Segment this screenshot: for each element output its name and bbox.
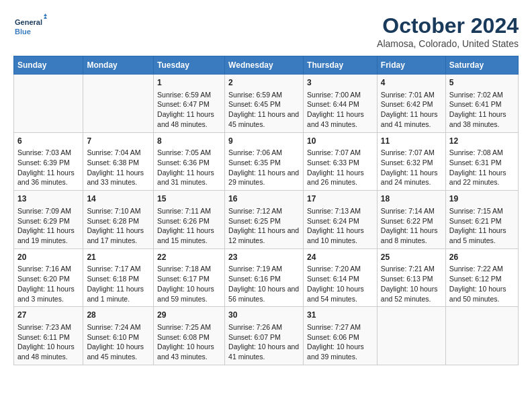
day-info: Sunrise: 7:02 AM Sunset: 6:41 PM Dayligh…	[449, 90, 515, 130]
calendar-row-4: 27Sunrise: 7:23 AM Sunset: 6:11 PM Dayli…	[14, 307, 519, 365]
calendar-cell: 2Sunrise: 6:59 AM Sunset: 6:45 PM Daylig…	[225, 75, 304, 133]
day-info: Sunrise: 7:05 AM Sunset: 6:36 PM Dayligh…	[157, 148, 221, 187]
day-info: Sunrise: 7:21 AM Sunset: 6:13 PM Dayligh…	[381, 264, 442, 304]
day-info: Sunrise: 7:08 AM Sunset: 6:31 PM Dayligh…	[449, 148, 515, 187]
day-info: Sunrise: 7:18 AM Sunset: 6:17 PM Dayligh…	[157, 264, 221, 304]
header-row: Sunday Monday Tuesday Wednesday Thursday…	[14, 56, 519, 75]
day-number: 16	[228, 193, 300, 205]
day-info: Sunrise: 7:01 AM Sunset: 6:42 PM Dayligh…	[381, 90, 442, 130]
day-number: 14	[87, 193, 150, 205]
calendar-cell: 4Sunrise: 7:01 AM Sunset: 6:42 PM Daylig…	[377, 75, 445, 133]
day-number: 1	[157, 77, 221, 89]
day-info: Sunrise: 7:26 AM Sunset: 6:07 PM Dayligh…	[228, 322, 300, 362]
day-number: 12	[449, 136, 515, 147]
day-number: 22	[157, 252, 221, 263]
calendar-cell: 23Sunrise: 7:19 AM Sunset: 6:16 PM Dayli…	[225, 248, 304, 307]
col-wednesday: Wednesday	[225, 56, 304, 75]
calendar-cell: 20Sunrise: 7:16 AM Sunset: 6:20 PM Dayli…	[14, 248, 83, 307]
day-number: 7	[87, 136, 150, 147]
day-number: 3	[307, 77, 373, 89]
day-number: 30	[228, 310, 300, 321]
day-info: Sunrise: 7:12 AM Sunset: 6:25 PM Dayligh…	[228, 206, 300, 246]
calendar-cell: 11Sunrise: 7:07 AM Sunset: 6:32 PM Dayli…	[377, 132, 445, 191]
day-number: 23	[228, 252, 300, 263]
page-title: October 2024	[377, 13, 519, 38]
calendar-cell: 22Sunrise: 7:18 AM Sunset: 6:17 PM Dayli…	[154, 248, 225, 307]
day-info: Sunrise: 7:06 AM Sunset: 6:35 PM Dayligh…	[228, 148, 300, 187]
calendar-cell: 1Sunrise: 6:59 AM Sunset: 6:47 PM Daylig…	[154, 75, 225, 133]
calendar-cell: 12Sunrise: 7:08 AM Sunset: 6:31 PM Dayli…	[445, 132, 518, 191]
day-number: 29	[157, 310, 221, 321]
calendar-cell: 19Sunrise: 7:15 AM Sunset: 6:21 PM Dayli…	[445, 191, 518, 249]
calendar-cell	[445, 307, 518, 365]
day-number: 4	[381, 77, 442, 89]
day-number: 19	[449, 193, 515, 205]
day-number: 13	[17, 193, 79, 205]
day-info: Sunrise: 7:25 AM Sunset: 6:08 PM Dayligh…	[157, 322, 221, 362]
calendar-row-1: 6Sunrise: 7:03 AM Sunset: 6:39 PM Daylig…	[14, 132, 519, 191]
calendar-row-3: 20Sunrise: 7:16 AM Sunset: 6:20 PM Dayli…	[14, 248, 519, 307]
day-number: 17	[307, 193, 373, 205]
col-monday: Monday	[83, 56, 154, 75]
day-info: Sunrise: 7:13 AM Sunset: 6:24 PM Dayligh…	[307, 206, 373, 246]
day-info: Sunrise: 7:07 AM Sunset: 6:32 PM Dayligh…	[381, 148, 442, 187]
logo: General Blue	[13, 13, 47, 40]
calendar-cell: 29Sunrise: 7:25 AM Sunset: 6:08 PM Dayli…	[154, 307, 225, 365]
col-thursday: Thursday	[304, 56, 378, 75]
day-number: 28	[87, 310, 150, 321]
col-sunday: Sunday	[14, 56, 83, 75]
calendar-cell: 7Sunrise: 7:04 AM Sunset: 6:38 PM Daylig…	[83, 132, 154, 191]
day-number: 10	[307, 136, 373, 147]
calendar-cell	[14, 75, 83, 133]
calendar-cell: 5Sunrise: 7:02 AM Sunset: 6:41 PM Daylig…	[445, 75, 518, 133]
day-number: 2	[228, 77, 300, 89]
calendar-cell: 6Sunrise: 7:03 AM Sunset: 6:39 PM Daylig…	[14, 132, 83, 191]
day-info: Sunrise: 7:11 AM Sunset: 6:26 PM Dayligh…	[157, 206, 221, 246]
calendar-cell: 18Sunrise: 7:14 AM Sunset: 6:22 PM Dayli…	[377, 191, 445, 249]
day-number: 6	[17, 136, 79, 147]
page-subtitle: Alamosa, Colorado, United States	[377, 38, 519, 49]
col-saturday: Saturday	[445, 56, 518, 75]
calendar-cell: 28Sunrise: 7:24 AM Sunset: 6:10 PM Dayli…	[83, 307, 154, 365]
day-number: 24	[307, 252, 373, 263]
calendar-cell: 16Sunrise: 7:12 AM Sunset: 6:25 PM Dayli…	[225, 191, 304, 249]
day-number: 5	[449, 77, 515, 89]
calendar-cell: 26Sunrise: 7:22 AM Sunset: 6:12 PM Dayli…	[445, 248, 518, 307]
calendar-cell: 13Sunrise: 7:09 AM Sunset: 6:29 PM Dayli…	[14, 191, 83, 249]
calendar-cell: 15Sunrise: 7:11 AM Sunset: 6:26 PM Dayli…	[154, 191, 225, 249]
day-info: Sunrise: 6:59 AM Sunset: 6:47 PM Dayligh…	[157, 90, 221, 130]
calendar-cell: 25Sunrise: 7:21 AM Sunset: 6:13 PM Dayli…	[377, 248, 445, 307]
calendar-cell: 3Sunrise: 7:00 AM Sunset: 6:44 PM Daylig…	[304, 75, 378, 133]
calendar-table: Sunday Monday Tuesday Wednesday Thursday…	[13, 56, 519, 365]
day-number: 15	[157, 193, 221, 205]
calendar-cell: 30Sunrise: 7:26 AM Sunset: 6:07 PM Dayli…	[225, 307, 304, 365]
day-info: Sunrise: 7:27 AM Sunset: 6:06 PM Dayligh…	[307, 322, 373, 362]
day-info: Sunrise: 6:59 AM Sunset: 6:45 PM Dayligh…	[228, 90, 300, 130]
day-number: 9	[228, 136, 300, 147]
day-info: Sunrise: 7:07 AM Sunset: 6:33 PM Dayligh…	[307, 148, 373, 187]
page-header: General Blue October 2024 Alamosa, Color…	[13, 13, 519, 49]
calendar-cell: 27Sunrise: 7:23 AM Sunset: 6:11 PM Dayli…	[14, 307, 83, 365]
day-info: Sunrise: 7:24 AM Sunset: 6:10 PM Dayligh…	[87, 322, 150, 362]
calendar-cell: 10Sunrise: 7:07 AM Sunset: 6:33 PM Dayli…	[304, 132, 378, 191]
day-info: Sunrise: 7:14 AM Sunset: 6:22 PM Dayligh…	[381, 206, 442, 246]
calendar-cell: 14Sunrise: 7:10 AM Sunset: 6:28 PM Dayli…	[83, 191, 154, 249]
calendar-header: Sunday Monday Tuesday Wednesday Thursday…	[14, 56, 519, 75]
day-number: 20	[17, 252, 79, 263]
calendar-cell: 24Sunrise: 7:20 AM Sunset: 6:14 PM Dayli…	[304, 248, 378, 307]
day-number: 25	[381, 252, 442, 263]
title-area: October 2024 Alamosa, Colorado, United S…	[377, 13, 519, 49]
col-tuesday: Tuesday	[154, 56, 225, 75]
calendar-body: 1Sunrise: 6:59 AM Sunset: 6:47 PM Daylig…	[14, 75, 519, 365]
calendar-row-2: 13Sunrise: 7:09 AM Sunset: 6:29 PM Dayli…	[14, 191, 519, 249]
day-info: Sunrise: 7:15 AM Sunset: 6:21 PM Dayligh…	[449, 206, 515, 246]
svg-rect-0	[13, 13, 47, 40]
day-info: Sunrise: 7:04 AM Sunset: 6:38 PM Dayligh…	[87, 148, 150, 187]
day-info: Sunrise: 7:22 AM Sunset: 6:12 PM Dayligh…	[449, 264, 515, 304]
calendar-cell: 9Sunrise: 7:06 AM Sunset: 6:35 PM Daylig…	[225, 132, 304, 191]
day-info: Sunrise: 7:00 AM Sunset: 6:44 PM Dayligh…	[307, 90, 373, 130]
day-number: 26	[449, 252, 515, 263]
logo-svg: General Blue	[13, 13, 47, 40]
day-info: Sunrise: 7:19 AM Sunset: 6:16 PM Dayligh…	[228, 264, 300, 304]
day-number: 18	[381, 193, 442, 205]
